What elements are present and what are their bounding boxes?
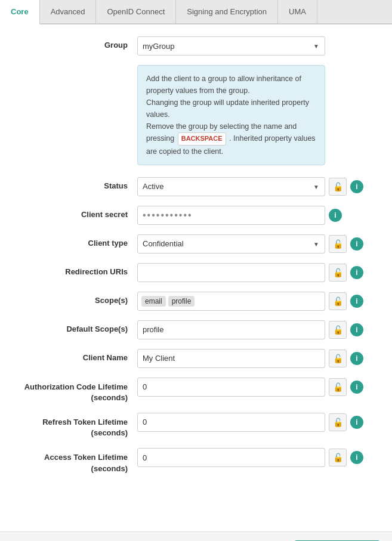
group-info-box: Add the client to a group to allow inher… xyxy=(137,65,325,165)
access-token-lifetime-control-wrap: 🔓 i xyxy=(137,448,374,467)
client-secret-control-wrap: i xyxy=(137,206,374,225)
tab-core[interactable]: Core xyxy=(0,0,40,24)
lock-icon: 🔓 xyxy=(333,325,343,335)
access-token-lifetime-input[interactable] xyxy=(137,448,325,467)
scopes-tags-input[interactable]: email profile xyxy=(137,292,325,311)
group-label: Group xyxy=(18,36,137,50)
client-name-label: Client Name xyxy=(18,349,137,362)
auth-code-lifetime-lock-button[interactable]: 🔓 xyxy=(329,378,347,396)
client-name-control-wrap: 🔓 i xyxy=(137,349,374,368)
scopes-label: Scope(s) xyxy=(18,292,137,305)
client-name-lock-button[interactable]: 🔓 xyxy=(329,350,347,367)
redirection-uris-row: Redirection URIs 🔓 i xyxy=(18,263,374,282)
auth-code-lifetime-control-wrap: 🔓 i xyxy=(137,378,374,397)
client-name-info-button[interactable]: i xyxy=(350,352,363,365)
redirection-uris-lock-button[interactable]: 🔓 xyxy=(329,264,347,282)
status-info-button[interactable]: i xyxy=(350,180,363,193)
client-name-input[interactable] xyxy=(137,349,325,368)
status-label: Status xyxy=(18,177,137,190)
scope-tag-email: email xyxy=(141,296,166,307)
group-select-wrapper: myGroup xyxy=(137,36,325,55)
scopes-control-wrap: email profile 🔓 i xyxy=(137,292,374,311)
refresh-token-lifetime-row: Refresh Token Lifetime (seconds) 🔓 i xyxy=(18,413,374,438)
auth-code-lifetime-row: Authorization Code Lifetime (seconds) 🔓 … xyxy=(18,378,374,403)
client-type-info-button[interactable]: i xyxy=(350,237,363,251)
tab-advanced[interactable]: Advanced xyxy=(40,0,97,23)
tab-signing-encryption[interactable]: Signing and Encryption xyxy=(176,0,278,23)
client-name-row: Client Name 🔓 i xyxy=(18,349,374,368)
refresh-token-lifetime-control-wrap: 🔓 i xyxy=(137,413,374,432)
lock-icon: 🔓 xyxy=(333,268,343,277)
client-type-select-wrapper: Confidential xyxy=(137,234,325,254)
status-select-wrapper: Active xyxy=(137,177,325,196)
refresh-token-lifetime-info-button[interactable]: i xyxy=(350,416,363,429)
footer: Save Changes xyxy=(0,531,392,541)
lock-icon: 🔓 xyxy=(333,382,343,392)
redirection-uris-label: Redirection URIs xyxy=(18,263,137,276)
backspace-key: BACKSPACE xyxy=(178,132,226,146)
access-token-lifetime-info-button[interactable]: i xyxy=(350,451,363,464)
auth-code-lifetime-input[interactable] xyxy=(137,378,325,397)
main-content: Group myGroup Add the client to a group … xyxy=(0,24,392,531)
group-control-wrap: myGroup xyxy=(137,36,374,55)
lock-icon: 🔓 xyxy=(333,354,343,363)
status-control-wrap: Active 🔓 i xyxy=(137,177,374,196)
lock-icon: 🔓 xyxy=(333,182,343,191)
lock-icon: 🔓 xyxy=(333,296,343,306)
status-lock-button[interactable]: 🔓 xyxy=(329,178,347,196)
scopes-row: Scope(s) email profile 🔓 i xyxy=(18,292,374,311)
default-scopes-label: Default Scope(s) xyxy=(18,320,137,333)
lock-icon: 🔓 xyxy=(333,239,343,249)
access-token-lifetime-label: Access Token Lifetime (seconds) xyxy=(18,448,137,474)
access-token-lifetime-row: Access Token Lifetime (seconds) 🔓 i xyxy=(18,448,374,474)
default-scopes-lock-button[interactable]: 🔓 xyxy=(329,321,347,339)
default-scopes-input[interactable] xyxy=(137,320,325,339)
status-select[interactable]: Active xyxy=(137,177,325,196)
group-select[interactable]: myGroup xyxy=(137,36,325,55)
scopes-info-button[interactable]: i xyxy=(350,295,363,308)
redirection-uris-control-wrap: 🔓 i xyxy=(137,263,374,282)
group-row: Group myGroup xyxy=(18,36,374,55)
client-secret-label: Client secret xyxy=(18,206,137,219)
default-scopes-control-wrap: 🔓 i xyxy=(137,320,374,339)
redirection-uris-info-button[interactable]: i xyxy=(350,266,363,279)
tab-openid-connect[interactable]: OpenID Connect xyxy=(96,0,176,23)
status-row: Status Active 🔓 i xyxy=(18,177,374,196)
tab-bar: Core Advanced OpenID Connect Signing and… xyxy=(0,0,392,24)
client-type-select[interactable]: Confidential xyxy=(137,234,325,254)
client-type-row: Client type Confidential 🔓 i xyxy=(18,234,374,254)
default-scopes-row: Default Scope(s) 🔓 i xyxy=(18,320,374,339)
default-scopes-info-button[interactable]: i xyxy=(350,323,363,336)
refresh-token-lifetime-lock-button[interactable]: 🔓 xyxy=(329,413,347,431)
access-token-lifetime-lock-button[interactable]: 🔓 xyxy=(329,449,347,466)
client-secret-info-button[interactable]: i xyxy=(329,209,342,222)
client-secret-input[interactable] xyxy=(137,206,325,225)
client-secret-row: Client secret i xyxy=(18,206,374,225)
lock-icon: 🔓 xyxy=(333,453,343,462)
refresh-token-lifetime-input[interactable] xyxy=(137,413,325,432)
redirection-uris-input[interactable] xyxy=(137,263,325,282)
auth-code-lifetime-label: Authorization Code Lifetime (seconds) xyxy=(18,378,137,403)
refresh-token-lifetime-label: Refresh Token Lifetime (seconds) xyxy=(18,413,137,438)
lock-icon: 🔓 xyxy=(333,418,343,427)
client-type-label: Client type xyxy=(18,234,137,248)
tab-uma[interactable]: UMA xyxy=(278,0,317,23)
client-type-lock-button[interactable]: 🔓 xyxy=(329,235,347,253)
scopes-lock-button[interactable]: 🔓 xyxy=(329,292,347,310)
auth-code-lifetime-info-button[interactable]: i xyxy=(350,381,363,394)
scope-tag-profile: profile xyxy=(168,296,195,307)
client-type-control-wrap: Confidential 🔓 i xyxy=(137,234,374,254)
